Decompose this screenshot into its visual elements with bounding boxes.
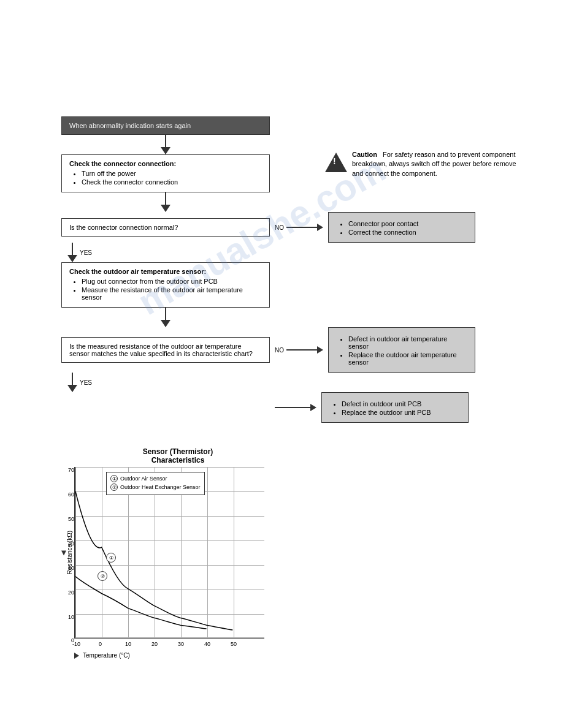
ytick-10: 10 <box>68 614 74 620</box>
legend-item-1: ① Outdoor Air Sensor <box>110 475 201 482</box>
right3-item-1: Defect in outdoor unit PCB <box>342 400 461 408</box>
arrow-2 <box>61 192 270 212</box>
xtick-0: 0 <box>99 641 102 647</box>
no-label-2: NO <box>275 347 284 354</box>
right1-item-2: Correct the connection <box>348 229 467 236</box>
question2-row: Is the measured resistance of the outdoo… <box>61 327 538 373</box>
grid-h-0 <box>75 637 264 638</box>
right-box-3: Defect in outdoor unit PCB Replace the o… <box>321 392 469 423</box>
caution-label: Caution <box>352 151 377 158</box>
legend-circle-1: ① <box>110 475 118 482</box>
box1-item-2: Check the connector connection <box>82 178 262 186</box>
question1-row: Is the connector connection normal? NO C… <box>61 212 538 243</box>
x-axis-arrow-icon <box>74 653 79 659</box>
caution-triangle-icon <box>325 153 347 172</box>
yes-arrow-right <box>275 404 316 411</box>
ytick-40: 40 <box>68 540 74 547</box>
xtick-20: 20 <box>151 641 158 647</box>
legend-label-1: Outdoor Air Sensor <box>120 476 167 482</box>
ytick-20: 20 <box>68 590 74 596</box>
chart-wrap: Resistance (kΩ) 70 60 50 40 30 20 10 0 <box>61 467 294 659</box>
arrow-5 <box>67 373 77 392</box>
yes2-right-row: Defect in outdoor unit PCB Replace the o… <box>61 392 538 423</box>
chart-container: Sensor (Thermistor) Characteristics Resi… <box>61 447 294 659</box>
xtick--10: -10 <box>72 641 80 647</box>
curve-2 <box>75 577 207 629</box>
caution-block: Caution For safety reason and to prevent… <box>325 150 521 178</box>
flowchart: Caution For safety reason and to prevent… <box>61 116 538 423</box>
no-arrow-1: NO <box>275 224 323 231</box>
box2-list: Plug out connector from the outdoor unit… <box>69 278 262 301</box>
question2-box: Is the measured resistance of the outdoo… <box>61 337 270 363</box>
curve-1 <box>75 491 232 630</box>
right-list-1: Connector poor contact Correct the conne… <box>336 220 467 236</box>
annotation-2: ② <box>98 571 107 581</box>
arrow-3 <box>67 243 77 262</box>
annotation-1: ① <box>106 553 116 563</box>
xtick-40: 40 <box>204 641 210 647</box>
yes-label-1: YES <box>80 249 92 256</box>
right-box-2: Defect in outdoor air temperature sensor… <box>328 327 475 373</box>
box1-title: Check the connector connection: <box>69 160 262 167</box>
page: manualshe.com Caution For safety reason … <box>0 0 563 728</box>
box1: Check the connector connection: Turn off… <box>61 154 270 192</box>
xtick-10: 10 <box>125 641 131 647</box>
right2-item-2: Replace the outdoor air temperature sens… <box>348 351 467 366</box>
no-label-1: NO <box>275 224 284 231</box>
x-axis-label: Temperature (°C) <box>83 652 130 659</box>
legend-box: ① Outdoor Air Sensor ② Outdoor Heat Exch… <box>106 472 205 495</box>
legend-item-2: ② Outdoor Heat Exchanger Sensor <box>110 483 201 491</box>
y-tick-labels: 70 60 50 40 30 20 10 0 <box>63 467 74 639</box>
right-list-2: Defect in outdoor air temperature sensor… <box>336 335 467 366</box>
right2-item-1: Defect in outdoor air temperature sensor <box>348 335 467 350</box>
arrow-1 <box>61 135 270 154</box>
box1-item-1: Turn off the power <box>82 170 262 177</box>
right-list-3: Defect in outdoor unit PCB Replace the o… <box>329 400 461 416</box>
legend-circle-2: ② <box>110 483 118 491</box>
box2-item-2: Measure the resistance of the outdoor ai… <box>82 286 262 301</box>
ytick-60: 60 <box>68 491 74 498</box>
box2-item-1: Plug out connector from the outdoor unit… <box>82 278 262 285</box>
ytick-70: 70 <box>68 467 74 473</box>
right-box-1: Connector poor contact Correct the conne… <box>328 212 475 243</box>
xtick-50: 50 <box>231 641 237 647</box>
yes-1-container: YES <box>61 243 270 262</box>
right1-item-1: Connector poor contact <box>348 220 467 227</box>
yes-label-2: YES <box>80 379 92 386</box>
legend-label-2: Outdoor Heat Exchanger Sensor <box>120 484 201 490</box>
box2: Check the outdoor air temperature sensor… <box>61 262 270 308</box>
ytick-50: 50 <box>68 516 74 522</box>
box2-title: Check the outdoor air temperature sensor… <box>69 268 262 275</box>
chart-inner: ① ② ① Outdoor Air Sensor ② Outdoor Heat … <box>74 467 264 639</box>
box1-list: Turn off the power Check the connector c… <box>69 170 262 186</box>
xtick-30: 30 <box>178 641 184 647</box>
ytick-30: 30 <box>68 565 74 571</box>
start-box: When abnormality indication starts again <box>61 116 270 135</box>
question1-box: Is the connector connection normal? <box>61 218 270 237</box>
arrow-4 <box>61 308 270 327</box>
chart-area: 70 60 50 40 30 20 10 0 <box>74 467 264 659</box>
yes-2-container: YES <box>61 373 270 392</box>
right3-item-2: Replace the outdoor unit PCB <box>342 409 461 416</box>
x-axis-container: Temperature (°C) <box>74 652 264 659</box>
chart-title: Sensor (Thermistor) Characteristics <box>61 447 294 464</box>
no-arrow-2: NO <box>275 346 323 354</box>
